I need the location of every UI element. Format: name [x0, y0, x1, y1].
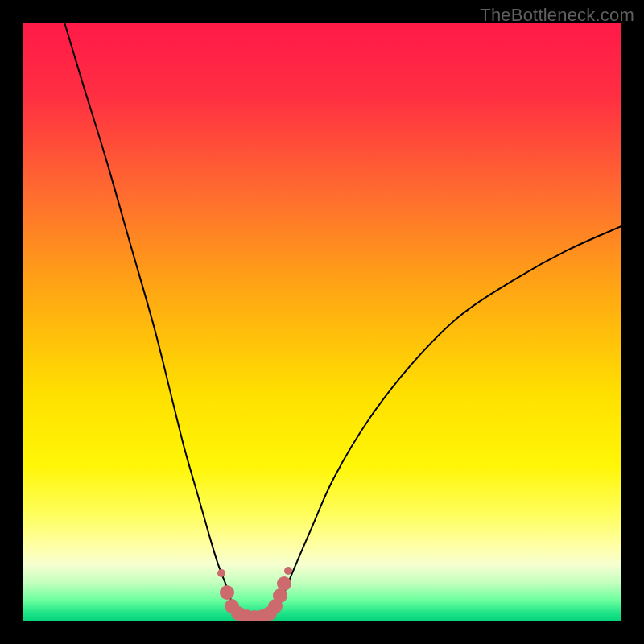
marker-dot: [284, 567, 292, 575]
marker-dot: [277, 576, 291, 591]
marker-dot: [217, 569, 225, 577]
bottom-marker-layer: [23, 23, 621, 621]
watermark-text: TheBottleneck.com: [480, 5, 634, 26]
marker-dot: [220, 585, 234, 600]
chart-plot-area: [23, 23, 621, 621]
